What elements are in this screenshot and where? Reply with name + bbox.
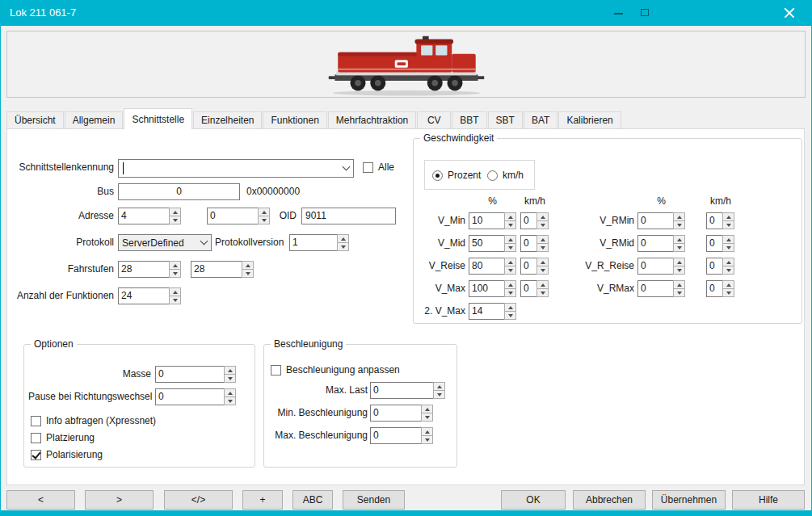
senden-button[interactable]: Senden [343,490,405,510]
tab-bat[interactable]: BAT [524,111,557,128]
spin-down-icon[interactable] [421,435,433,444]
hilfe-button[interactable]: Hilfe [732,490,805,510]
kennung-combobox[interactable] [118,159,354,178]
checkbox-box [31,450,41,460]
oid-label: OID [271,210,297,222]
max-beschleunigung-field[interactable]: 0 [370,427,422,444]
speed-label: V_Max [415,283,465,295]
oid-field[interactable]: 9011 [301,208,396,224]
spin-down-icon[interactable] [169,296,181,304]
spin-down-icon[interactable] [504,288,516,297]
spin-down-icon[interactable] [536,243,549,252]
bus-field[interactable]: 0 [118,183,240,200]
next-button[interactable]: > [85,490,154,510]
spin-down-icon[interactable] [504,243,516,252]
speed-percent-field[interactable]: 0 [637,235,674,252]
tab-cv[interactable]: CV [417,111,451,128]
v2max-field[interactable]: 14 [469,303,505,320]
kmh-radio[interactable]: km/h [487,170,524,181]
minimize-button[interactable] [608,0,630,26]
fahrstufen2-field[interactable]: 28 [191,261,242,278]
spin-down-icon[interactable] [224,374,236,383]
adresse-field[interactable]: 4 [118,208,170,224]
speed-percent-field[interactable]: 0 [637,212,674,229]
tab-bbt[interactable]: BBT [452,111,486,128]
uebernehmen-button[interactable]: Übernehmen [652,490,726,510]
speed-unit-panel: Prozent km/h [424,160,535,190]
fahrstufen-field[interactable]: 28 [118,261,170,278]
spin-down-icon[interactable] [673,243,685,252]
spin-down-icon[interactable] [673,288,685,297]
spin-down-icon[interactable] [504,311,516,320]
max-last-field[interactable]: 0 [370,382,434,399]
abc-button[interactable]: ABC [292,490,333,510]
speed-percent-field[interactable]: 50 [469,235,505,252]
speed-kmh-field[interactable]: 0 [706,280,723,297]
speed-percent-field[interactable]: 80 [469,258,505,275]
speed-kmh-field[interactable]: 0 [706,258,723,275]
alle-checkbox[interactable]: Alle [363,162,394,173]
spin-down-icon[interactable] [421,413,433,422]
chevron-down-icon[interactable] [197,235,211,250]
speed-kmh-field[interactable]: 0 [706,212,723,229]
tab-kalibrieren[interactable]: Kalibrieren [558,111,621,128]
spin-down-icon[interactable] [722,288,734,297]
spin-down-icon[interactable] [504,266,516,275]
spin-down-icon[interactable] [224,396,236,405]
speed-percent-field[interactable]: 10 [469,212,505,229]
maximize-button[interactable] [633,0,656,26]
beschleunigung-anpassen-checkbox[interactable]: Beschleunigung anpassen [271,364,400,375]
tab-sbt[interactable]: SBT [488,111,523,128]
protokollversion-field[interactable]: 1 [289,234,338,251]
spin-down-icon[interactable] [258,216,270,224]
speed-percent-field[interactable]: 0 [637,258,674,275]
spin-down-icon[interactable] [722,220,734,229]
prev-button[interactable]: < [6,490,75,510]
protokoll-value[interactable]: ServerDefined [119,235,197,250]
speed-percent-field[interactable]: 100 [469,280,505,297]
speed-kmh-field[interactable]: 0 [520,280,537,297]
pause-field[interactable]: 0 [155,388,225,405]
spin-down-icon[interactable] [504,220,516,229]
speed-kmh-field[interactable]: 0 [520,235,537,252]
tab-einzelheiten[interactable]: Einzelheiten [193,111,262,128]
protokoll-dropdown[interactable]: ServerDefined [118,234,212,251]
platzierung-checkbox[interactable]: Platzierung [31,432,95,443]
spin-down-icon[interactable] [433,390,445,399]
spin-down-icon[interactable] [169,269,181,278]
min-beschleunigung-field[interactable]: 0 [370,405,422,422]
tab-mehrfachtraktion[interactable]: Mehrfachtraktion [328,111,416,128]
prozent-radio[interactable]: Prozent [432,170,481,181]
ok-button[interactable]: OK [501,490,566,510]
speed-kmh-field[interactable]: 0 [520,212,537,229]
speed-kmh-field[interactable]: 0 [706,235,723,252]
chevron-down-icon[interactable] [339,160,353,177]
kennung-value[interactable] [119,160,339,177]
tab-schnittstelle[interactable]: Schnittstelle [124,108,192,129]
spin-down-icon[interactable] [722,266,734,275]
speed-percent-field[interactable]: 0 [637,280,674,297]
tab-uebersicht[interactable]: Übersicht [6,111,64,128]
adresse2-field[interactable]: 0 [207,208,259,224]
tab-strip: Übersicht Allgemein Schnittstelle Einzel… [6,108,622,128]
spin-down-icon[interactable] [337,242,349,251]
spin-down-icon[interactable] [536,266,549,275]
spin-down-icon[interactable] [673,220,685,229]
abbrechen-button[interactable]: Abbrechen [573,490,646,510]
spin-down-icon[interactable] [536,288,549,297]
speed-kmh-field[interactable]: 0 [520,258,537,275]
spin-down-icon[interactable] [536,220,549,229]
spin-down-icon[interactable] [722,243,734,252]
spin-down-icon[interactable] [673,266,685,275]
tab-allgemein[interactable]: Allgemein [65,111,124,128]
code-button[interactable]: </> [164,490,233,510]
plus-button[interactable]: + [242,490,283,510]
info-abfragen-checkbox[interactable]: Info abfragen (Xpressnet) [31,415,156,426]
tab-funktionen[interactable]: Funktionen [263,111,326,128]
polarisierung-checkbox[interactable]: Polarisierung [31,449,103,460]
spin-down-icon[interactable] [242,269,254,278]
spin-down-icon[interactable] [169,216,181,224]
close-button[interactable] [773,0,806,26]
funktionen-field[interactable]: 24 [118,287,170,304]
masse-field[interactable]: 0 [155,366,225,383]
